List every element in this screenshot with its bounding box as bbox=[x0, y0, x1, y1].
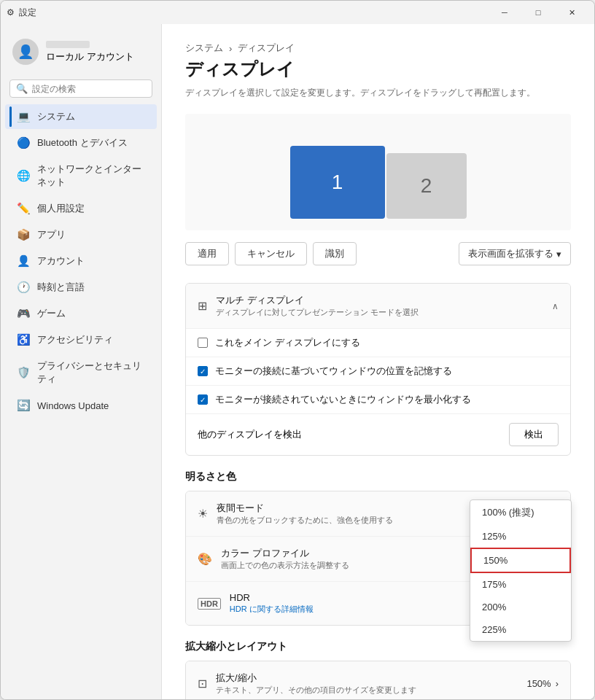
sidebar-item-label-bluetooth: Bluetooth とデバイス bbox=[37, 136, 128, 149]
window-controls: ─ □ ✕ bbox=[488, 1, 588, 24]
section-header-text: マルチ ディスプレイ ディスプレイに対してプレゼンテーション モードを選択 bbox=[216, 294, 419, 318]
maximize-button[interactable]: □ bbox=[521, 1, 555, 24]
scale-option-225[interactable]: 225% bbox=[470, 618, 571, 641]
night-mode-subtitle: 青色の光をブロックするために、強色を使用する bbox=[217, 515, 393, 526]
scale-title: 拡大/縮小 bbox=[216, 672, 416, 685]
night-mode-icon: ☀ bbox=[198, 507, 208, 521]
identify-button[interactable]: 識別 bbox=[313, 242, 357, 265]
breadcrumb: システム › ディスプレイ bbox=[185, 42, 571, 55]
brightness-color-label: 明るさと色 bbox=[185, 470, 571, 483]
scale-left: ⊡ 拡大/縮小 テキスト、アプリ、その他の項目のサイズを変更します bbox=[198, 672, 416, 696]
section-header-left: ⊞ マルチ ディスプレイ ディスプレイに対してプレゼンテーション モードを選択 bbox=[198, 294, 419, 318]
user-type: ローカル アカウント bbox=[46, 50, 134, 63]
sidebar-item-label-privacy: プライバシーとセキュリティ bbox=[37, 359, 145, 386]
sidebar-item-accessibility[interactable]: ♿ アクセシビリティ bbox=[5, 327, 157, 352]
sidebar-item-system[interactable]: 💻 システム bbox=[5, 104, 157, 129]
color-profile-left: 🎨 カラー プロファイル 画面上での色の表示方法を調整する bbox=[198, 547, 349, 571]
multi-display-section: ⊞ マルチ ディスプレイ ディスプレイに対してプレゼンテーション モードを選択 … bbox=[185, 283, 571, 456]
scale-value: 150% › bbox=[526, 678, 559, 689]
color-profile-text: カラー プロファイル 画面上での色の表示方法を調整する bbox=[221, 547, 349, 571]
main-display-label: これをメイン ディスプレイにする bbox=[215, 336, 360, 349]
sidebar-item-label-accessibility: アクセシビリティ bbox=[37, 333, 113, 346]
sidebar-item-label-time: 時刻と言語 bbox=[37, 281, 85, 294]
scale-option-100[interactable]: 100% (推奨) bbox=[470, 500, 571, 525]
search-box[interactable]: 🔍 bbox=[9, 79, 152, 98]
scale-option-200[interactable]: 200% bbox=[470, 596, 571, 618]
scale-option-150[interactable]: 150% bbox=[470, 548, 571, 573]
minimize-disconnected-label: モニターが接続されていないときにウィンドウを最小化する bbox=[215, 393, 471, 406]
accessibility-icon: ♿ bbox=[17, 333, 30, 346]
window-title: ⚙ 設定 bbox=[7, 7, 36, 19]
sidebar-item-accounts[interactable]: 👤 アカウント bbox=[5, 249, 157, 273]
bluetooth-icon: 🔵 bbox=[17, 136, 30, 149]
minimize-button[interactable]: ─ bbox=[488, 1, 521, 24]
time-icon: 🕐 bbox=[17, 281, 30, 294]
gaming-icon: 🎮 bbox=[17, 307, 30, 320]
user-name-bar bbox=[46, 41, 90, 48]
search-icon: 🔍 bbox=[16, 83, 28, 94]
multi-display-icon: ⊞ bbox=[198, 299, 207, 313]
color-profile-icon: 🎨 bbox=[198, 552, 212, 566]
monitor-2[interactable]: 2 bbox=[386, 153, 467, 219]
hdr-left: HDR HDR HDR に関する詳細情報 bbox=[198, 592, 314, 615]
scale-layout-section: ⊡ 拡大/縮小 テキスト、アプリ、その他の項目のサイズを変更します 150% › bbox=[185, 661, 571, 699]
sidebar-item-label-gaming: ゲーム bbox=[37, 307, 66, 320]
scale-dropdown: 100% (推奨) 125% 150% 175% 200% 225% bbox=[470, 499, 572, 642]
remember-position-checkbox[interactable]: ✓ bbox=[198, 366, 208, 376]
scale-option-125[interactable]: 125% bbox=[470, 525, 571, 548]
search-input[interactable] bbox=[32, 84, 146, 94]
minimize-disconnected-row: ✓ モニターが接続されていないときにウィンドウを最小化する bbox=[186, 385, 570, 413]
content-area: システム › ディスプレイ ディスプレイ ディスプレイを選択して設定を変更します… bbox=[161, 24, 594, 699]
color-profile-title: カラー プロファイル bbox=[221, 547, 349, 560]
night-mode-left: ☀ 夜間モード 青色の光をブロックするために、強色を使用する bbox=[198, 502, 393, 526]
windows-update-icon: 🔄 bbox=[17, 399, 30, 412]
breadcrumb-current: ディスプレイ bbox=[238, 42, 295, 55]
remember-position-label: モニターの接続に基づいてウィンドウの位置を記憶する bbox=[215, 365, 452, 378]
close-button[interactable]: ✕ bbox=[555, 1, 588, 24]
accounts-icon: 👤 bbox=[17, 254, 30, 268]
breadcrumb-separator: › bbox=[229, 43, 232, 54]
hdr-title: HDR bbox=[230, 592, 314, 603]
sidebar-item-bluetooth[interactable]: 🔵 Bluetooth とデバイス bbox=[5, 131, 157, 155]
avatar: 👤 bbox=[12, 39, 39, 65]
detect-button[interactable]: 検出 bbox=[509, 423, 559, 446]
sidebar-item-time[interactable]: 🕐 時刻と言語 bbox=[5, 275, 157, 300]
sidebar-item-label-accounts: アカウント bbox=[37, 254, 85, 268]
color-profile-subtitle: 画面上での色の表示方法を調整する bbox=[221, 560, 349, 571]
scale-icon: ⊡ bbox=[198, 677, 207, 691]
chevron-right-scale-icon: › bbox=[556, 678, 559, 689]
sidebar-item-label-system: システム bbox=[37, 110, 75, 123]
sidebar: 👤 ローカル アカウント 🔍 💻 システム 🔵 Bluetooth とデバイス … bbox=[1, 24, 161, 699]
detect-display-label: 他のディスプレイを検出 bbox=[198, 428, 302, 441]
scale-option-175[interactable]: 175% bbox=[470, 573, 571, 596]
display-preview: 1 2 bbox=[185, 114, 571, 230]
sidebar-item-privacy[interactable]: 🛡️ プライバシーとセキュリティ bbox=[5, 354, 157, 392]
sidebar-item-windows-update[interactable]: 🔄 Windows Update bbox=[5, 393, 157, 418]
minimize-disconnected-checkbox[interactable]: ✓ bbox=[198, 394, 208, 405]
main-display-row: これをメイン ディスプレイにする bbox=[186, 328, 570, 357]
sidebar-item-label-apps: アプリ bbox=[37, 228, 66, 241]
night-mode-text: 夜間モード 青色の光をブロックするために、強色を使用する bbox=[217, 502, 393, 526]
expand-button[interactable]: 表示画面を拡張する ▾ bbox=[459, 242, 571, 265]
multi-display-title: マルチ ディスプレイ bbox=[216, 294, 419, 307]
sidebar-item-gaming[interactable]: 🎮 ゲーム bbox=[5, 301, 157, 326]
scale-row[interactable]: ⊡ 拡大/縮小 テキスト、アプリ、その他の項目のサイズを変更します 150% › bbox=[186, 661, 570, 699]
sidebar-item-network[interactable]: 🌐 ネットワークとインターネット bbox=[5, 157, 157, 195]
sidebar-item-apps[interactable]: 📦 アプリ bbox=[5, 222, 157, 247]
sidebar-item-personalize[interactable]: ✏️ 個人用設定 bbox=[5, 196, 157, 221]
page-title: ディスプレイ bbox=[185, 58, 571, 81]
scale-text: 拡大/縮小 テキスト、アプリ、その他の項目のサイズを変更します bbox=[216, 672, 416, 696]
privacy-icon: 🛡️ bbox=[17, 366, 30, 379]
hdr-link[interactable]: HDR に関する詳細情報 bbox=[230, 604, 314, 613]
monitor-1[interactable]: 1 bbox=[290, 146, 385, 219]
system-icon: 💻 bbox=[17, 110, 30, 123]
apply-button[interactable]: 適用 bbox=[185, 242, 229, 265]
main-display-checkbox[interactable] bbox=[198, 338, 208, 348]
user-info: ローカル アカウント bbox=[46, 41, 134, 63]
cancel-button[interactable]: キャンセル bbox=[235, 242, 307, 265]
chevron-up-icon: ∧ bbox=[552, 301, 559, 311]
multi-display-header[interactable]: ⊞ マルチ ディスプレイ ディスプレイに対してプレゼンテーション モードを選択 … bbox=[186, 284, 570, 328]
user-profile: 👤 ローカル アカウント bbox=[1, 30, 161, 74]
multi-display-subtitle: ディスプレイに対してプレゼンテーション モードを選択 bbox=[216, 307, 419, 318]
page-description: ディスプレイを選択して設定を変更します。ディスプレイをドラッグして再配置します。 bbox=[185, 87, 571, 99]
